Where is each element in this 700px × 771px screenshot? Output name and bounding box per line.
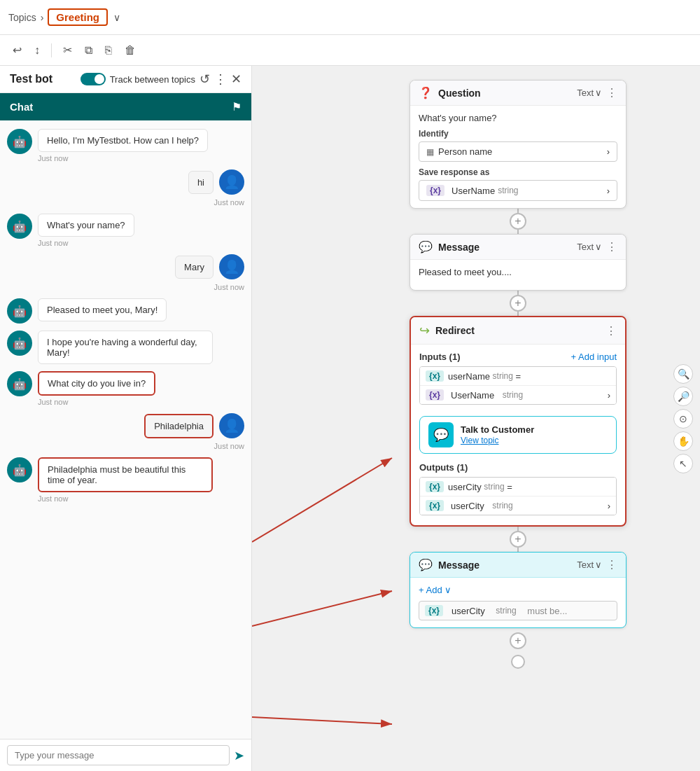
bot-message-highlight: Philadelphia must be beautiful this time… [38, 457, 213, 492]
user-message-row: hi 👤 [188, 169, 244, 195]
node-actions: Text ∨ ⋮ [577, 240, 617, 253]
flow-container: ❓ Question Text ∨ ⋮ What's your name? Id… [252, 66, 700, 683]
node-menu-button-2[interactable]: ⋮ [606, 558, 617, 571]
view-topic-link[interactable]: View topic [461, 436, 498, 445]
message-content: Pleased to meet you.... [419, 267, 617, 277]
paste-button[interactable]: ⎘ [101, 41, 116, 60]
bot-header-actions: Track between topics ↺ ⋮ ✕ [80, 71, 241, 87]
node-header: 💬 Message Text ∨ ⋮ [410, 235, 626, 260]
output-row-top: {x} userCity string = [420, 478, 616, 496]
list-item: hi 👤 Just now [7, 169, 244, 207]
undo-button[interactable]: ↩ [8, 41, 26, 60]
avatar: 👤 [219, 169, 244, 195]
reset-view-button[interactable]: ⊙ [673, 409, 693, 429]
avatar: 🤖 [7, 129, 32, 154]
type-caret-2: ∨ [595, 560, 602, 570]
add-node-button-4[interactable]: + [510, 632, 526, 649]
identify-field-left: ▦ Person name [426, 146, 492, 157]
input-row-bottom[interactable]: {x} UserName string › [420, 385, 616, 404]
user-message: Mary [175, 256, 214, 279]
text-type-button-2[interactable]: Text ∨ [577, 560, 602, 570]
avatar: 🤖 [7, 371, 32, 396]
add-input-label: Add input [578, 352, 617, 362]
bot-message: What's your name? [38, 214, 134, 237]
user-message-row: Philadelphia 👤 [144, 413, 244, 438]
bot-title: Test bot [10, 73, 52, 85]
chat-messages: 🤖 Hello, I'm MyTestbot. How can I help? … [0, 120, 251, 739]
text-type-button[interactable]: Text ∨ [577, 88, 602, 98]
node-body: Pleased to meet you.... [410, 260, 626, 290]
toolbar-divider [51, 43, 52, 57]
add-content-button[interactable]: + Add ∨ [419, 585, 451, 595]
output-row-bottom[interactable]: {x} userCity string › [420, 496, 616, 515]
text-type-button[interactable]: Text ∨ [577, 242, 602, 252]
hand-tool-button[interactable]: ✋ [673, 431, 693, 451]
connector-3: + [510, 527, 526, 552]
message-content-row: {x} userCity string must be... [419, 601, 617, 620]
refresh-button[interactable]: ↺ [200, 71, 210, 87]
send-button[interactable]: ➤ [234, 748, 244, 763]
add-node-button-2[interactable]: + [510, 295, 526, 312]
chat-flag-icon: ⚑ [232, 100, 241, 113]
input-row-1: {x} userName string = {x} UserName [419, 366, 617, 405]
type-label: Text [577, 242, 594, 252]
node-title: Message [438, 242, 479, 253]
node-header-left: ❓ Question [419, 86, 481, 99]
node-question-text: What's your name? [419, 113, 617, 123]
node-header-left: 💬 Message [419, 240, 479, 253]
greeting-caret[interactable]: ∨ [113, 12, 120, 23]
redirect-menu-button[interactable]: ⋮ [606, 324, 617, 338]
type-caret: ∨ [595, 242, 602, 252]
more-options-button[interactable]: ⋮ [214, 71, 227, 87]
node-header-left: ↪ Redirect [419, 323, 475, 338]
end-section: + [510, 632, 526, 669]
talk-to-customer: 💬 Talk to Customer View topic [419, 416, 617, 454]
list-item: 🤖 Philadelphia must be beautiful this ti… [7, 457, 244, 503]
identify-field[interactable]: ▦ Person name › [419, 141, 617, 162]
save-response-label: Save response as [419, 167, 617, 177]
toolbar: ↩ ↕ ✂ ⧉ ⎘ 🗑 [0, 35, 700, 66]
avatar: 🤖 [7, 298, 32, 324]
node-menu-button[interactable]: ⋮ [606, 86, 617, 99]
add-caret: ∨ [444, 585, 451, 595]
copy-button[interactable]: ⧉ [80, 41, 97, 60]
output2-type: string [492, 501, 512, 510]
save-response-field[interactable]: {x} UserName string › [419, 180, 617, 201]
end-circle [511, 655, 525, 669]
list-item: 🤖 Pleased to meet you, Mary! [7, 298, 244, 324]
cut-button[interactable]: ✂ [59, 41, 76, 60]
list-item: Mary 👤 Just now [7, 254, 244, 291]
add-input-button[interactable]: + Add input [570, 352, 617, 362]
list-item: 🤖 Hello, I'm MyTestbot. How can I help? … [7, 129, 244, 162]
node-menu-button[interactable]: ⋮ [606, 240, 617, 253]
node-header-left: 💬 Message [419, 558, 479, 571]
close-button[interactable]: ✕ [231, 71, 241, 87]
greeting-badge[interactable]: Greeting [48, 8, 108, 26]
track-toggle[interactable]: Track between topics [80, 73, 195, 85]
add-node-button-3[interactable]: + [510, 531, 526, 548]
topics-link[interactable]: Topics [8, 12, 36, 23]
chat-input[interactable] [7, 745, 230, 765]
output-row-1: {x} userCity string = {x} userCity [419, 477, 617, 515]
equals-sign: = [516, 371, 522, 382]
list-item: 🤖 I hope you're having a wonderful day, … [7, 331, 244, 364]
breadcrumb-separator: › [41, 12, 44, 23]
zoom-in-button[interactable]: 🔍 [673, 364, 693, 384]
redo-button[interactable]: ↕ [30, 41, 44, 60]
user-message: hi [188, 171, 214, 194]
canvas-area[interactable]: ❓ Question Text ∨ ⋮ What's your name? Id… [252, 66, 700, 771]
message-time: Just now [214, 442, 244, 450]
message-icon-2: 💬 [419, 558, 433, 571]
input-var-name: userName [448, 371, 490, 382]
avatar: 👤 [219, 413, 244, 438]
zoom-out-button[interactable]: 🔎 [673, 387, 693, 406]
bot-message-highlight: What city do you live in? [38, 371, 155, 396]
breadcrumb: Topics › Greeting ∨ [8, 8, 120, 26]
chat-input-area: ➤ [0, 739, 251, 771]
delete-button[interactable]: 🗑 [120, 41, 140, 60]
add-node-button-1[interactable]: + [510, 213, 526, 230]
toggle-knob [94, 74, 104, 84]
cursor-tool-button[interactable]: ↖ [673, 454, 693, 473]
bot-message: Hello, I'm MyTestbot. How can I help? [38, 129, 208, 152]
toggle-switch[interactable] [80, 73, 106, 85]
